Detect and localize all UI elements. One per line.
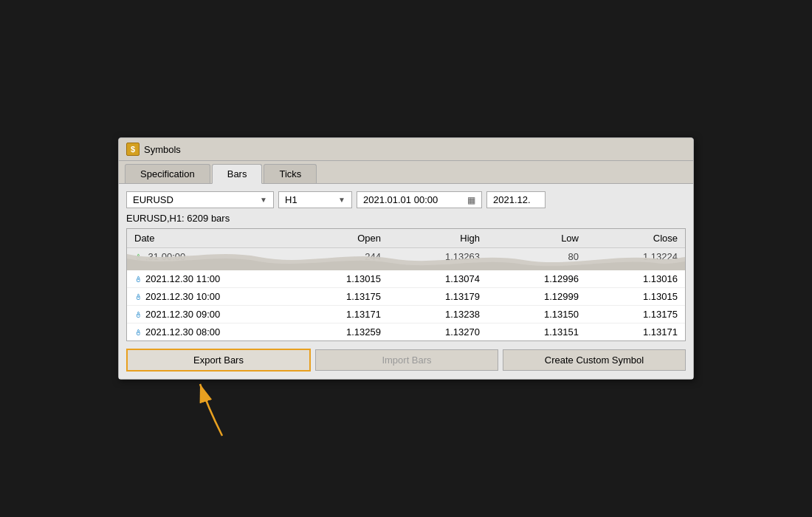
- row-date-0: 🕯 2021.12.30 11:00: [127, 270, 289, 287]
- date-from-input[interactable]: 2021.01.01 00:00 ▦: [357, 191, 482, 208]
- candle-icon-0: 🕯: [134, 275, 142, 284]
- row-date-3: 🕯 2021.12.30 08:00: [127, 323, 289, 340]
- row-open-0: 1.13015: [289, 270, 388, 287]
- row-close-3: 1.13171: [586, 323, 685, 340]
- row-open-3: 1.13259: [289, 323, 388, 340]
- table-row[interactable]: 🕯 2021.12.30 10:00 1.13175 1.13179 1.129…: [127, 288, 685, 306]
- table-header: Date Open High Low Close: [127, 229, 685, 248]
- row-open-1: 1.13175: [289, 288, 388, 305]
- table-row[interactable]: 🕯 2021.12.30 09:00 1.13171 1.13238 1.131…: [127, 306, 685, 323]
- row-low-0: 1.12996: [487, 270, 586, 287]
- candle-icon-1: 🕯: [134, 292, 142, 301]
- title-bar: $ Symbols: [119, 138, 693, 161]
- bars-info: EURUSD,H1: 6209 bars: [126, 213, 686, 224]
- col-high: High: [388, 229, 487, 247]
- date-to-input[interactable]: 2021.12.: [486, 191, 546, 208]
- footer-buttons: Export Bars Import Bars Create Custom Sy…: [126, 349, 686, 372]
- bars-table: Date Open High Low Close 🕯 .31 00:00 244…: [126, 228, 686, 341]
- col-low: Low: [487, 229, 586, 247]
- calendar-from-icon[interactable]: ▦: [467, 195, 475, 205]
- row-close-1: 1.13015: [586, 288, 685, 305]
- row-close-2: 1.13175: [586, 306, 685, 323]
- window-title: Symbols: [144, 144, 181, 155]
- annotation-arrow: [193, 377, 252, 445]
- export-bars-button[interactable]: Export Bars: [126, 349, 311, 372]
- row-date-2: 🕯 2021.12.30 09:00: [127, 306, 289, 323]
- row-low-2: 1.13150: [487, 306, 586, 323]
- candle-icon-3: 🕯: [134, 328, 142, 337]
- tab-ticks[interactable]: Ticks: [264, 164, 317, 183]
- table-body: 🕯 2021.12.30 11:00 1.13015 1.13074 1.129…: [127, 270, 685, 340]
- wave-separator: 🕯 .31 00:00 244 1.13263 80 1.13224: [127, 248, 685, 270]
- window-icon: $: [126, 143, 140, 156]
- symbols-window: $ Symbols Specification Bars Ticks EURUS…: [118, 137, 694, 380]
- row-high-3: 1.13270: [388, 323, 487, 340]
- tab-specification[interactable]: Specification: [125, 164, 210, 183]
- symbol-dropdown-arrow: ▼: [260, 196, 267, 204]
- col-close: Close: [586, 229, 685, 247]
- row-open-2: 1.13171: [289, 306, 388, 323]
- controls-row: EURUSD ▼ H1 ▼ 2021.01.01 00:00 ▦ 2021.12…: [126, 191, 686, 208]
- col-open: Open: [289, 229, 388, 247]
- timeframe-dropdown[interactable]: H1 ▼: [278, 191, 352, 208]
- import-bars-button[interactable]: Import Bars: [315, 349, 498, 371]
- content-area: EURUSD ▼ H1 ▼ 2021.01.01 00:00 ▦ 2021.12…: [119, 184, 693, 379]
- timeframe-dropdown-arrow: ▼: [338, 196, 345, 204]
- col-date: Date: [127, 229, 289, 247]
- date-from-value: 2021.01.01 00:00: [363, 194, 438, 205]
- row-high-2: 1.13238: [388, 306, 487, 323]
- timeframe-value: H1: [285, 194, 297, 205]
- date-to-value: 2021.12.: [493, 194, 531, 205]
- row-date-1: 🕯 2021.12.30 10:00: [127, 288, 289, 305]
- candle-icon-2: 🕯: [134, 310, 142, 319]
- table-row[interactable]: 🕯 2021.12.30 08:00 1.13259 1.13270 1.131…: [127, 323, 685, 340]
- row-low-3: 1.13151: [487, 323, 586, 340]
- row-close-0: 1.13016: [586, 270, 685, 287]
- create-custom-symbol-button[interactable]: Create Custom Symbol: [503, 349, 686, 371]
- symbol-value: EURUSD: [133, 194, 173, 205]
- row-low-1: 1.12999: [487, 288, 586, 305]
- table-row[interactable]: 🕯 2021.12.30 11:00 1.13015 1.13074 1.129…: [127, 270, 685, 288]
- symbol-dropdown[interactable]: EURUSD ▼: [126, 191, 274, 208]
- tab-bars[interactable]: Bars: [212, 164, 263, 184]
- tabs-container: Specification Bars Ticks: [119, 161, 693, 184]
- row-high-1: 1.13179: [388, 288, 487, 305]
- row-high-0: 1.13074: [388, 270, 487, 287]
